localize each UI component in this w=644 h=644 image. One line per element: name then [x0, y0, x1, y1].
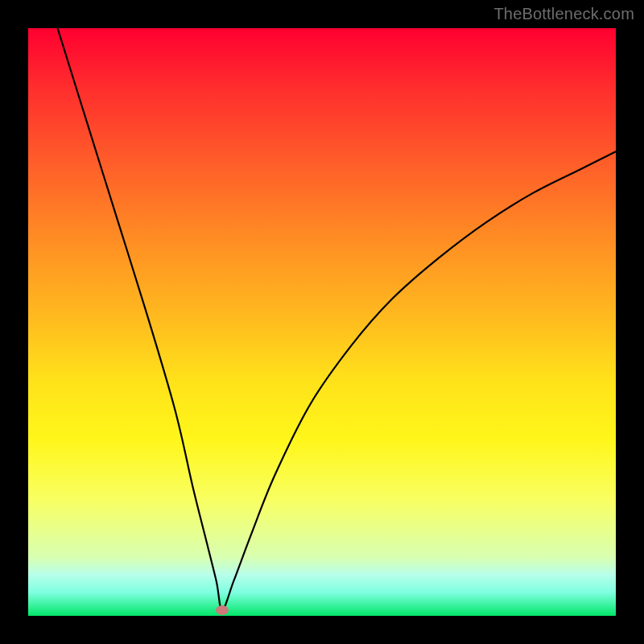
minimum-marker — [216, 605, 229, 615]
bottleneck-curve — [28, 28, 616, 616]
curve-path — [58, 28, 617, 610]
watermark-text: TheBottleneck.com — [493, 5, 634, 23]
chart-frame: TheBottleneck.com — [0, 0, 644, 644]
plot-area — [28, 28, 616, 616]
